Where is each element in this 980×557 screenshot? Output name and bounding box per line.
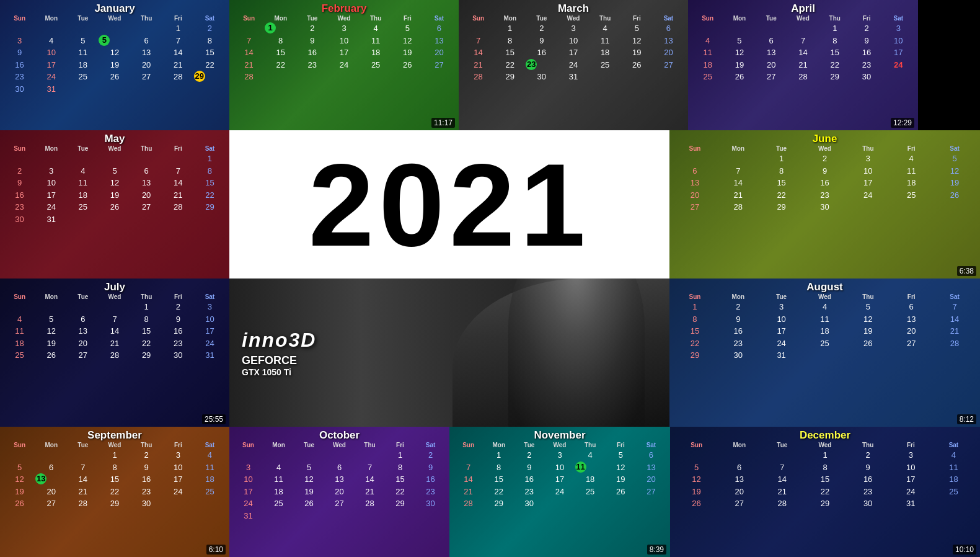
inno3d-model2: GTX 1050 Ti [242,367,316,377]
march-block: March SunMonTueWedThuFriSat 123456 78910… [459,0,688,130]
inno3d-model: GEFORCE [242,354,316,367]
row1: January SunMonTueWedThuFriSat 12 3455678… [0,0,980,130]
february-block: February SunMonTueWedThuFriSat 123456 78… [229,0,459,130]
november-timestamp: 8:39 [647,545,666,555]
september-title: September [4,429,226,442]
page-wrapper: January SunMonTueWedThuFriSat 12 3455678… [0,0,980,557]
june-block: June SunMonTueWedThuFriSat 12345 6789101… [669,130,980,278]
mid-right: June SunMonTueWedThuFriSat 12345 6789101… [669,130,980,427]
december-title: December [675,429,975,442]
row2: May SunMonTueWedThuFriSat 1 2345678 9101… [0,130,980,427]
june-timestamp: 6:38 [957,266,976,276]
row3: September SunMonTueWedThuFriSat 1234 567… [0,427,980,557]
november-block: November SunMonTueWedThuFriSat 123456 78… [449,427,670,557]
year-label: 2021 [309,146,591,264]
inno3d-brand: inno3D [242,329,316,352]
december-block: December SunMonTueWedThuFriSat 1234 5678… [670,427,980,557]
august-title: August [673,281,976,293]
july-block: July SunMonTueWedThuFriSat 123 45678910 … [0,278,229,427]
february-timestamp: 11:17 [431,118,455,128]
october-block: October SunMonTueWedThuFriSat 12 3456789… [229,427,449,557]
center-column: 2021 inno3D GEFORCE GTX 1050 Ti [229,130,669,427]
december-timestamp: 10:10 [953,545,976,555]
september-timestamp: 6:10 [206,545,226,555]
mid-left: May SunMonTueWedThuFriSat 1 2345678 9101… [0,130,229,427]
may-block: May SunMonTueWedThuFriSat 1 2345678 9101… [0,130,229,278]
august-timestamp: 8:12 [957,414,976,424]
inno3d-area: inno3D GEFORCE GTX 1050 Ti [242,329,316,377]
april-timestamp: 12:29 [891,118,914,128]
october-title: October [233,429,446,442]
november-title: November [453,429,666,442]
january-title: January [4,2,226,15]
july-title: July [4,281,226,293]
august-block: August SunMonTueWedThuFriSat 1234567 891… [669,278,980,427]
june-title: June [673,133,976,145]
january-block: January SunMonTueWedThuFriSat 12 3455678… [0,0,229,130]
july-timestamp: 25:55 [202,414,226,424]
may-title: May [4,133,226,145]
april-block: April SunMonTueWedThuFriSat 123 45678910… [688,0,918,130]
center-photo: inno3D GEFORCE GTX 1050 Ti [229,278,669,427]
april-title: April [692,2,914,15]
march-title: March [462,2,684,15]
february-title: February [233,2,455,15]
september-block: September SunMonTueWedThuFriSat 1234 567… [0,427,229,557]
year-display: 2021 [229,130,669,278]
